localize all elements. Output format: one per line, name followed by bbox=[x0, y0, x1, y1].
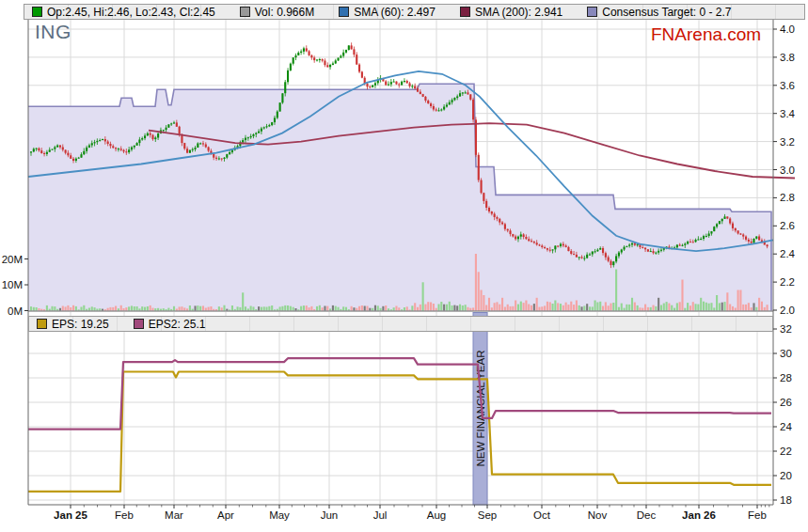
candle-body bbox=[437, 110, 439, 111]
volume-bar bbox=[695, 304, 697, 310]
sma200-swatch-icon bbox=[460, 7, 470, 17]
volume-bar bbox=[449, 302, 451, 311]
candle-body bbox=[281, 93, 283, 102]
candle-body bbox=[261, 129, 262, 132]
candle-body bbox=[358, 65, 360, 72]
candle-body bbox=[186, 149, 188, 152]
volume-bar bbox=[353, 307, 355, 310]
candle-body bbox=[547, 248, 548, 250]
volume-bar bbox=[446, 305, 448, 311]
candle-body bbox=[361, 71, 363, 77]
volume-bar bbox=[138, 308, 140, 310]
volume-bar bbox=[237, 306, 239, 310]
volume-bar bbox=[705, 303, 707, 311]
candle-body bbox=[67, 153, 69, 156]
volume-bar bbox=[351, 306, 353, 311]
volume-bar bbox=[279, 306, 281, 310]
candle-body bbox=[735, 228, 737, 231]
candle-body bbox=[509, 230, 511, 234]
brand-link[interactable]: FNArena.com bbox=[651, 24, 761, 45]
candle-body bbox=[356, 55, 357, 65]
volume-bar bbox=[186, 308, 188, 310]
candle-body bbox=[751, 242, 753, 243]
stock-chart-svg: NEW FINANCIAL YEAR4.03.83.63.43.23.02.82… bbox=[0, 0, 808, 532]
volume-bar bbox=[226, 309, 228, 311]
volume-bar bbox=[433, 304, 435, 311]
candle-body bbox=[192, 149, 194, 150]
volume-bar bbox=[726, 292, 728, 310]
volume-bar bbox=[263, 306, 265, 310]
candle-body bbox=[173, 122, 175, 123]
volume-bar bbox=[608, 305, 610, 310]
candle-body bbox=[385, 82, 387, 86]
eps-tick-label: 20 bbox=[780, 470, 792, 481]
volume-bar bbox=[30, 306, 32, 310]
volume-bar bbox=[602, 306, 604, 311]
volume-bar bbox=[303, 305, 305, 310]
volume-bar bbox=[43, 309, 45, 310]
volume-bar bbox=[144, 307, 146, 311]
volume-bar bbox=[150, 305, 151, 311]
volume-bar bbox=[673, 308, 675, 311]
volume-bar bbox=[306, 305, 308, 310]
volume-bar bbox=[109, 307, 111, 311]
volume-bar bbox=[637, 305, 639, 311]
candle-body bbox=[109, 144, 111, 146]
price-tick-label: 2.8 bbox=[780, 192, 795, 203]
volume-bar bbox=[287, 305, 289, 311]
candle-body bbox=[459, 93, 461, 96]
candle-body bbox=[732, 224, 734, 228]
candle-body bbox=[229, 152, 230, 154]
volume-bar bbox=[509, 306, 511, 311]
candle-body bbox=[755, 237, 757, 239]
volume-bar bbox=[745, 305, 747, 311]
legend-label: EPS: 19.25 bbox=[52, 318, 109, 331]
volume-bar bbox=[586, 304, 588, 310]
candle-body bbox=[197, 144, 198, 149]
candle-body bbox=[657, 251, 659, 253]
volume-bar bbox=[528, 305, 530, 311]
volume-bar bbox=[199, 306, 201, 311]
candle-body bbox=[689, 242, 691, 243]
candle-body bbox=[271, 122, 273, 125]
candle-body bbox=[533, 242, 535, 243]
volume-bar bbox=[729, 305, 731, 311]
volume-bar bbox=[618, 307, 620, 311]
candle-body bbox=[647, 249, 649, 251]
volume-bar bbox=[271, 305, 273, 311]
price-tick-label: 3.4 bbox=[780, 108, 796, 119]
volume-bar bbox=[501, 298, 503, 311]
candle-body bbox=[255, 133, 257, 134]
volume-bar bbox=[742, 305, 744, 311]
volume-bar bbox=[382, 306, 384, 311]
volume-bar bbox=[459, 305, 461, 311]
price-tick-label: 3.6 bbox=[780, 80, 795, 91]
candle-body bbox=[554, 246, 556, 250]
candle-body bbox=[488, 208, 490, 211]
candle-body bbox=[544, 247, 546, 248]
volume-bar bbox=[70, 307, 71, 311]
volume-bar bbox=[398, 307, 400, 310]
volume-bar bbox=[91, 306, 93, 310]
volume-bar bbox=[213, 309, 214, 311]
volume-bar bbox=[88, 308, 90, 311]
month-label: Nov bbox=[588, 509, 608, 521]
candle-body bbox=[51, 149, 53, 150]
volume-bar bbox=[345, 307, 347, 311]
volume-bar bbox=[49, 309, 51, 311]
candle-body bbox=[507, 229, 509, 231]
candle-body bbox=[205, 145, 207, 148]
candle-body bbox=[414, 86, 416, 89]
volume-bar bbox=[102, 309, 103, 311]
volume-bar bbox=[652, 305, 654, 311]
candle-body bbox=[120, 149, 122, 149]
candle-body bbox=[596, 250, 598, 252]
month-label: Feb bbox=[748, 509, 767, 521]
candle-body bbox=[692, 242, 694, 243]
candle-body bbox=[700, 239, 702, 240]
volume-bar bbox=[761, 302, 763, 311]
candle-body bbox=[608, 258, 610, 261]
candle-body bbox=[713, 227, 715, 231]
candle-body bbox=[313, 57, 315, 60]
candle-body bbox=[536, 243, 538, 244]
